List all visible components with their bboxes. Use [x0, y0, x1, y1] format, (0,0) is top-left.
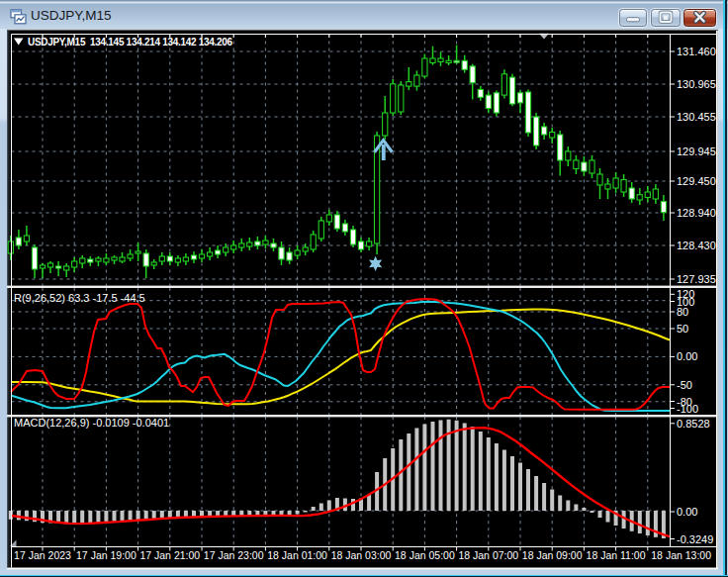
svg-text:80: 80 [677, 306, 688, 318]
svg-text:128.430: 128.430 [677, 240, 716, 251]
svg-text:17 Jan 21:00: 17 Jan 21:00 [139, 549, 200, 561]
svg-text:17 Jan 23:00: 17 Jan 23:00 [204, 549, 264, 561]
svg-text:18 Jan 03:00: 18 Jan 03:00 [331, 549, 392, 561]
svg-text:0.00: 0.00 [677, 350, 697, 362]
svg-text:-50: -50 [677, 379, 692, 391]
svg-text:18 Jan 09:00: 18 Jan 09:00 [522, 549, 583, 561]
svg-text:18 Jan 05:00: 18 Jan 05:00 [395, 549, 455, 561]
svg-text:18 Jan 11:00: 18 Jan 11:00 [587, 549, 646, 561]
svg-text:R(9,26,52) 63.3 -17.5 -44.5: R(9,26,52) 63.3 -17.5 -44.5 [14, 292, 145, 304]
svg-text:50: 50 [677, 323, 688, 335]
svg-text:USDJPY,M15 134.145 134.214 13: USDJPY,M15 134.145 134.214 134.142 134.2… [28, 37, 232, 48]
svg-text:0.8528: 0.8528 [677, 418, 710, 430]
svg-text:0.00: 0.00 [677, 506, 697, 518]
svg-text:129.450: 129.450 [677, 175, 716, 187]
svg-text:18 Jan 07:00: 18 Jan 07:00 [458, 549, 518, 561]
svg-text:17 Jan 2023: 17 Jan 2023 [14, 549, 71, 561]
svg-text:18 Jan 01:00: 18 Jan 01:00 [267, 549, 327, 561]
svg-text:18 Jan 13:00: 18 Jan 13:00 [651, 549, 711, 561]
svg-text:130.965: 130.965 [677, 78, 716, 90]
svg-text:17 Jan 19:00: 17 Jan 19:00 [76, 549, 136, 561]
svg-text:128.940: 128.940 [677, 207, 716, 219]
svg-text:-0.3249: -0.3249 [677, 533, 713, 545]
svg-text:127.935: 127.935 [677, 273, 716, 285]
svg-text:-100: -100 [677, 403, 698, 415]
svg-text:MACD(12,26,9) -0.0109 -0.0401: MACD(12,26,9) -0.0109 -0.0401 [14, 417, 169, 429]
svg-text:129.945: 129.945 [677, 145, 716, 157]
svg-text:131.460: 131.460 [677, 46, 716, 57]
svg-text:130.455: 130.455 [677, 111, 716, 123]
